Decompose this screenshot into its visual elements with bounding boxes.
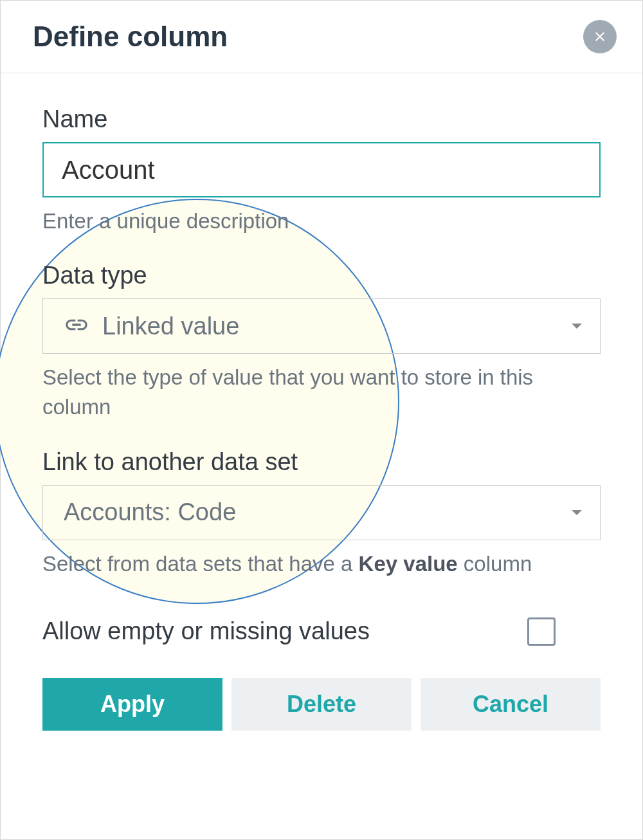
apply-button[interactable]: Apply — [42, 678, 222, 731]
close-icon — [592, 29, 608, 44]
delete-button[interactable]: Delete — [231, 678, 412, 731]
allow-empty-label: Allow empty or missing values — [42, 617, 370, 645]
link-icon — [64, 312, 89, 340]
link-dataset-label: Link to another data set — [42, 448, 601, 476]
link-dataset-value: Accounts: Code — [64, 498, 236, 526]
button-row: Apply Delete Cancel — [42, 678, 601, 731]
close-button[interactable] — [583, 20, 617, 53]
name-helper: Enter a unique description — [42, 206, 601, 236]
name-field-group: Name Enter a unique description — [42, 105, 601, 236]
allow-empty-row: Allow empty or missing values — [42, 617, 601, 646]
data-type-field-group: Data type Linked value Select the type o… — [42, 262, 601, 422]
chevron-down-icon — [572, 510, 582, 515]
dialog-title: Define column — [33, 21, 228, 53]
data-type-helper: Select the type of value that you want t… — [42, 363, 601, 422]
link-dataset-select[interactable]: Accounts: Code — [42, 485, 601, 540]
data-type-value: Linked value — [102, 313, 239, 340]
chevron-down-icon — [572, 324, 582, 329]
name-input[interactable] — [42, 142, 601, 197]
name-label: Name — [42, 105, 601, 133]
link-dataset-helper: Select from data sets that have a Key va… — [42, 549, 601, 579]
dialog-header: Define column — [1, 1, 642, 73]
cancel-button[interactable]: Cancel — [421, 678, 601, 731]
link-dataset-field-group: Link to another data set Accounts: Code … — [42, 448, 601, 579]
define-column-dialog: Define column Name Enter a unique descri… — [0, 0, 643, 840]
dialog-body: Name Enter a unique description Data typ… — [1, 73, 642, 756]
data-type-label: Data type — [42, 262, 601, 289]
data-type-select[interactable]: Linked value — [42, 298, 601, 354]
allow-empty-checkbox[interactable] — [527, 617, 556, 646]
